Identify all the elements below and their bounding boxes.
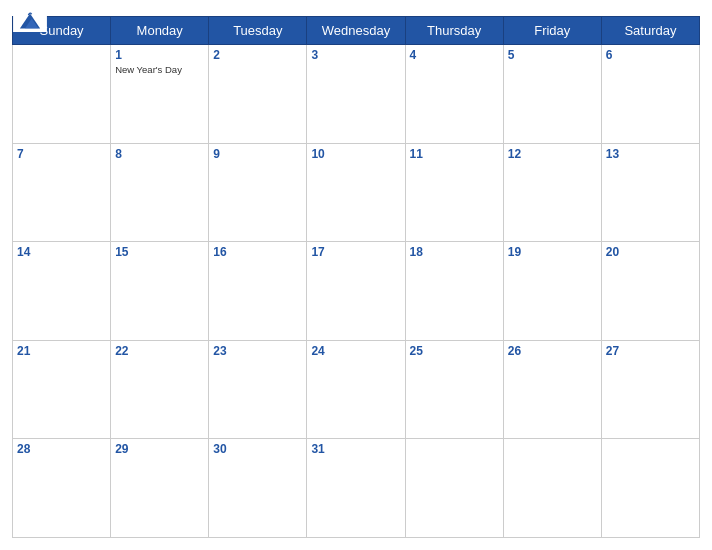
calendar-cell: 24 [307,340,405,439]
calendar-cell: 22 [111,340,209,439]
day-number: 29 [115,442,204,456]
calendar-cell: 10 [307,143,405,242]
calendar-cell: 9 [209,143,307,242]
day-number: 28 [17,442,106,456]
week-row-5: 28293031 [13,439,700,538]
calendar-cell: 18 [405,242,503,341]
calendar-table: SundayMondayTuesdayWednesdayThursdayFrid… [12,16,700,538]
calendar-cell: 19 [503,242,601,341]
day-header-tuesday: Tuesday [209,17,307,45]
calendar-wrapper: SundayMondayTuesdayWednesdayThursdayFrid… [0,0,712,550]
week-row-3: 14151617181920 [13,242,700,341]
day-number: 6 [606,48,695,62]
calendar-cell: 29 [111,439,209,538]
day-number: 3 [311,48,400,62]
day-number: 9 [213,147,302,161]
calendar-cell: 16 [209,242,307,341]
day-number: 8 [115,147,204,161]
week-row-4: 21222324252627 [13,340,700,439]
day-number: 18 [410,245,499,259]
day-number: 22 [115,344,204,358]
day-number: 21 [17,344,106,358]
calendar-cell: 14 [13,242,111,341]
calendar-cell: 31 [307,439,405,538]
calendar-cell: 27 [601,340,699,439]
calendar-cell: 28 [13,439,111,538]
calendar-cell [503,439,601,538]
days-of-week-row: SundayMondayTuesdayWednesdayThursdayFrid… [13,17,700,45]
day-number: 16 [213,245,302,259]
day-header-thursday: Thursday [405,17,503,45]
calendar-cell: 11 [405,143,503,242]
day-number: 15 [115,245,204,259]
day-number: 7 [17,147,106,161]
calendar-cell: 8 [111,143,209,242]
calendar-cell: 25 [405,340,503,439]
day-number: 24 [311,344,400,358]
day-number: 25 [410,344,499,358]
calendar-cell: 17 [307,242,405,341]
day-number: 17 [311,245,400,259]
calendar-cell: 1New Year's Day [111,45,209,144]
calendar-body: 1New Year's Day2345678910111213141516171… [13,45,700,538]
calendar-cell: 20 [601,242,699,341]
calendar-cell [13,45,111,144]
week-row-1: 1New Year's Day23456 [13,45,700,144]
calendar-cell: 12 [503,143,601,242]
day-number: 14 [17,245,106,259]
day-number: 19 [508,245,597,259]
day-number: 11 [410,147,499,161]
day-header-friday: Friday [503,17,601,45]
calendar-cell: 7 [13,143,111,242]
day-number: 27 [606,344,695,358]
day-number: 4 [410,48,499,62]
calendar-cell: 13 [601,143,699,242]
day-number: 2 [213,48,302,62]
calendar-cell: 21 [13,340,111,439]
calendar-cell: 15 [111,242,209,341]
day-number: 20 [606,245,695,259]
calendar-cell: 26 [503,340,601,439]
day-number: 23 [213,344,302,358]
calendar-cell: 30 [209,439,307,538]
day-number: 12 [508,147,597,161]
calendar-cell: 2 [209,45,307,144]
day-number: 1 [115,48,204,62]
day-number: 13 [606,147,695,161]
day-number: 30 [213,442,302,456]
week-row-2: 78910111213 [13,143,700,242]
day-header-saturday: Saturday [601,17,699,45]
calendar-cell: 6 [601,45,699,144]
day-header-wednesday: Wednesday [307,17,405,45]
day-header-monday: Monday [111,17,209,45]
calendar-cell: 23 [209,340,307,439]
calendar-cell: 5 [503,45,601,144]
calendar-cell: 4 [405,45,503,144]
logo [12,10,48,34]
holiday-label: New Year's Day [115,64,204,76]
calendar-header-row: SundayMondayTuesdayWednesdayThursdayFrid… [13,17,700,45]
calendar-cell [405,439,503,538]
day-number: 26 [508,344,597,358]
day-number: 5 [508,48,597,62]
calendar-cell: 3 [307,45,405,144]
logo-icon [12,10,48,32]
calendar-cell [601,439,699,538]
day-number: 10 [311,147,400,161]
day-number: 31 [311,442,400,456]
